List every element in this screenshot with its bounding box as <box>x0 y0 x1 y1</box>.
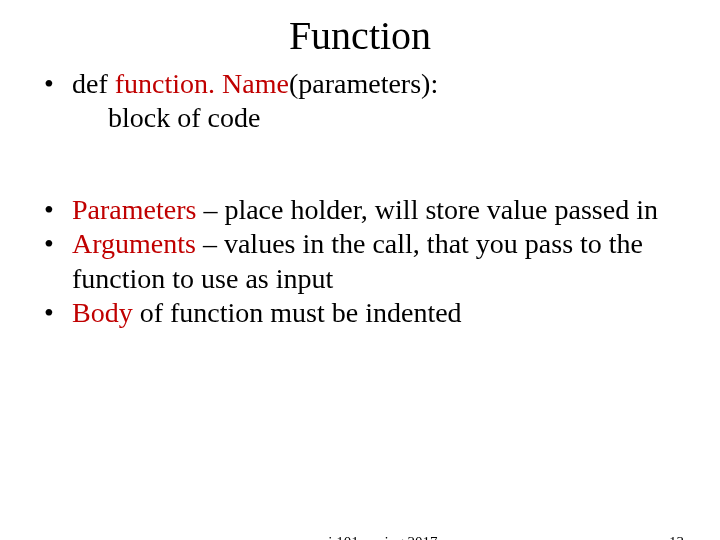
arguments-keyword: Arguments <box>72 228 196 259</box>
slide-content: def function. Name(parameters): block of… <box>0 67 720 330</box>
def-post: (parameters): <box>289 68 438 99</box>
slide: Function def function. Name(parameters):… <box>0 12 720 540</box>
bullet-list-1: def function. Name(parameters): block of… <box>36 67 684 135</box>
page-number: 13 <box>669 534 684 540</box>
bullet-list-2: Parameters – place holder, will store va… <box>36 193 684 330</box>
parameters-keyword: Parameters <box>72 194 196 225</box>
def-keyword: function. Name <box>115 68 289 99</box>
bullet-arguments: Arguments – values in the call, that you… <box>36 227 684 295</box>
def-pre: def <box>72 68 115 99</box>
body-keyword: Body <box>72 297 133 328</box>
bullet-body: Body of function must be indented <box>36 296 684 330</box>
bullet-def: def function. Name(parameters): block of… <box>36 67 684 135</box>
def-body: block of code <box>72 101 684 135</box>
slide-title: Function <box>0 12 720 59</box>
body-text: of function must be indented <box>133 297 462 328</box>
spacer <box>36 135 684 193</box>
footer-center: compsci 101, spring 2017 <box>283 534 438 540</box>
bullet-parameters: Parameters – place holder, will store va… <box>36 193 684 227</box>
parameters-text: – place holder, will store value passed … <box>196 194 658 225</box>
